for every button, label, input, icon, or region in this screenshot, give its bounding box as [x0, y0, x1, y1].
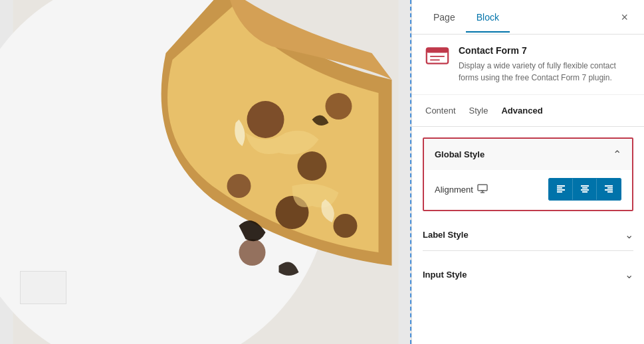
label-style-chevron: ⌄	[625, 228, 633, 241]
label-style-title: Label Style	[423, 230, 469, 240]
plugin-details: Contact Form 7 Display a wide variety of…	[459, 45, 631, 84]
alignment-label: Alignment	[435, 184, 488, 195]
label-style-section: Label Style ⌄	[423, 222, 633, 251]
input-style-chevron: ⌄	[625, 268, 633, 281]
settings-area: Global Style ⌃ Alignment	[412, 127, 644, 344]
svg-rect-10	[427, 48, 448, 52]
align-center-button[interactable]	[573, 179, 597, 200]
align-right-button[interactable]	[597, 179, 621, 200]
plugin-info-section: Contact Form 7 Display a wide variety of…	[412, 35, 644, 95]
global-style-header[interactable]: Global Style ⌃	[424, 139, 632, 170]
alignment-text: Alignment	[435, 185, 473, 195]
global-style-content: Alignment	[424, 170, 632, 210]
responsive-icon	[477, 184, 488, 195]
sub-tab-style[interactable]: Style	[469, 103, 488, 118]
tab-block[interactable]: Block	[466, 3, 510, 32]
tab-bar: Page Block ×	[412, 0, 644, 35]
plugin-name: Contact Form 7	[459, 45, 631, 56]
plugin-icon	[425, 46, 449, 65]
tab-page[interactable]: Page	[423, 3, 466, 32]
svg-point-4	[227, 174, 251, 198]
input-style-title: Input Style	[423, 270, 467, 280]
sub-tab-bar: Content Style Advanced	[412, 95, 644, 127]
input-style-header[interactable]: Input Style ⌄	[423, 262, 633, 288]
svg-point-8	[334, 214, 358, 238]
canvas-area	[0, 0, 411, 344]
svg-point-7	[239, 239, 266, 266]
svg-point-3	[298, 151, 327, 181]
alignment-buttons	[548, 178, 621, 201]
sub-tab-advanced[interactable]: Advanced	[501, 103, 542, 118]
global-style-chevron: ⌃	[613, 148, 621, 161]
sub-tab-content[interactable]: Content	[425, 103, 456, 118]
global-style-title: Global Style	[435, 149, 484, 159]
alignment-row: Alignment	[435, 178, 621, 201]
svg-rect-13	[478, 185, 487, 191]
close-button[interactable]: ×	[615, 9, 633, 26]
global-style-section: Global Style ⌃ Alignment	[423, 137, 633, 211]
plugin-description: Display a wide variety of fully flexible…	[459, 60, 631, 84]
input-style-section: Input Style ⌄	[423, 262, 633, 290]
svg-point-5	[326, 93, 352, 120]
label-style-header[interactable]: Label Style ⌄	[423, 222, 633, 248]
sidebar-panel: Page Block × Contact Form 7 Display a wi…	[411, 0, 644, 344]
canvas-placeholder	[20, 271, 66, 304]
align-left-button[interactable]	[549, 179, 573, 200]
svg-point-2	[247, 101, 284, 138]
